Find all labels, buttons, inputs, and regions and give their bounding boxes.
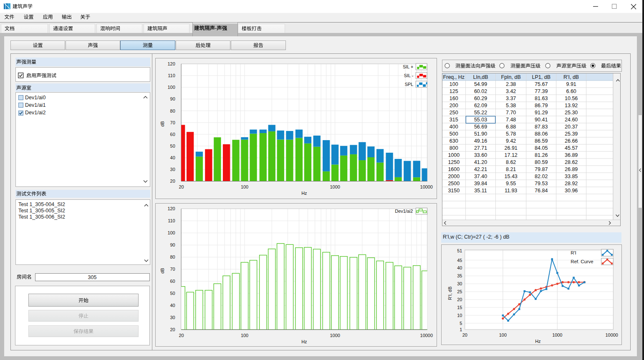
svg-text:8.62: 8.62 [506,159,516,165]
svg-text:60: 60 [170,132,175,137]
svg-text:2.38: 2.38 [506,81,516,87]
svg-text:36.89: 36.89 [565,152,578,158]
svg-text:LP1, dB: LP1, dB [532,74,551,80]
svg-text:Hz: Hz [301,191,307,196]
svg-text:250: 250 [450,110,458,116]
svg-text:77.39: 77.39 [535,88,548,94]
svg-text:70: 70 [170,120,175,125]
svg-text:25: 25 [457,289,462,294]
svg-text:60.29: 60.29 [474,96,487,101]
svg-text:60.02: 60.02 [474,88,487,94]
svg-text:81.63: 81.63 [535,96,548,101]
svg-text:10000: 10000 [420,333,433,338]
svg-text:110: 110 [168,218,175,223]
svg-text:315: 315 [450,117,458,123]
svg-text:1000: 1000 [448,152,460,158]
svg-text:1000: 1000 [330,184,340,189]
svg-text:26.89: 26.89 [565,166,578,172]
svg-text:50: 50 [170,143,175,149]
svg-text:5.38: 5.38 [506,103,516,108]
svg-text:20: 20 [170,179,175,184]
svg-text:10.56: 10.56 [565,96,578,101]
svg-text:10000: 10000 [606,332,618,337]
svg-text:100: 100 [450,81,458,87]
svg-text:dB: dB [160,121,165,126]
svg-text:7.70: 7.70 [506,110,516,116]
svg-text:10000: 10000 [420,184,433,189]
svg-text:7.48: 7.48 [506,117,516,123]
svg-text:1000: 1000 [552,332,562,337]
svg-text:80: 80 [170,108,175,113]
svg-text:1000: 1000 [330,333,340,338]
svg-text:13.92: 13.92 [565,103,578,108]
svg-text:90.41: 90.41 [535,117,548,123]
svg-text:5.78: 5.78 [506,131,516,137]
svg-text:76.84: 76.84 [535,188,548,194]
svg-text:10: 10 [457,313,462,318]
svg-text:R'I, dB: R'I, dB [563,74,579,80]
svg-text:79.87: 79.87 [535,166,548,172]
svg-text:Hz: Hz [301,339,307,344]
svg-text:100: 100 [167,230,175,235]
svg-text:SPL: SPL [405,82,414,87]
svg-text:42.21: 42.21 [474,166,487,172]
svg-text:200: 200 [450,103,458,108]
svg-text:39.84: 39.84 [474,181,487,186]
svg-text:20: 20 [462,332,467,337]
svg-text:110: 110 [168,73,175,78]
svg-text:3.42: 3.42 [506,88,516,94]
svg-text:500: 500 [450,131,458,137]
svg-text:2500: 2500 [448,181,460,186]
svg-text:40: 40 [170,303,175,308]
svg-text:25.39: 25.39 [565,131,578,137]
svg-text:40: 40 [457,265,462,270]
svg-text:45: 45 [457,258,462,263]
svg-text:37.40: 37.40 [474,174,487,179]
svg-text:41.20: 41.20 [474,159,487,165]
svg-text:9.55: 9.55 [506,181,516,186]
svg-text:49.16: 49.16 [474,138,487,144]
svg-text:26.66: 26.66 [565,138,578,144]
svg-text:55.03: 55.03 [474,117,487,123]
svg-text:91.29: 91.29 [535,110,548,116]
svg-text:50: 50 [170,291,175,296]
svg-text:30.96: 30.96 [565,188,578,194]
svg-text:90: 90 [170,242,175,247]
svg-text:8.21: 8.21 [506,166,516,172]
svg-text:6.60: 6.60 [566,88,576,94]
svg-text:dB: dB [160,268,165,273]
svg-text:35.11: 35.11 [474,188,487,194]
svg-text:33.60: 33.60 [474,152,487,158]
svg-text:15: 15 [457,305,462,310]
svg-text:125: 125 [450,88,458,94]
svg-text:33.85: 33.85 [565,174,578,179]
svg-text:20: 20 [179,184,184,189]
svg-text:6.88: 6.88 [506,124,516,130]
svg-text:2000: 2000 [448,174,460,179]
svg-text:Hz: Hz [535,339,540,344]
svg-text:3.37: 3.37 [506,96,516,101]
svg-text:120: 120 [167,61,175,66]
svg-text:80.59: 80.59 [535,159,548,165]
svg-text:1: 1 [460,327,462,332]
svg-text:9.91: 9.91 [566,81,576,87]
svg-text:45.57: 45.57 [565,145,578,151]
svg-text:88.06: 88.06 [535,131,548,137]
svg-text:84.05: 84.05 [535,145,548,151]
svg-text:100: 100 [167,85,175,90]
svg-text:SIL -: SIL - [404,73,414,78]
svg-text:86.79: 86.79 [535,103,548,108]
svg-text:30: 30 [170,315,175,320]
svg-text:15.43: 15.43 [505,174,518,179]
svg-text:R'I: R'I [571,250,576,255]
svg-text:62.09: 62.09 [474,103,487,108]
svg-text:17.12: 17.12 [505,152,518,158]
svg-text:30: 30 [457,281,462,286]
svg-text:24.60: 24.60 [565,117,578,123]
svg-text:79.53: 79.53 [535,181,548,186]
svg-text:1600: 1600 [448,166,460,172]
svg-text:28.62: 28.62 [565,159,578,165]
svg-text:51.90: 51.90 [474,131,487,137]
svg-text:25.30: 25.30 [565,110,578,116]
svg-text:86.59: 86.59 [535,138,548,144]
